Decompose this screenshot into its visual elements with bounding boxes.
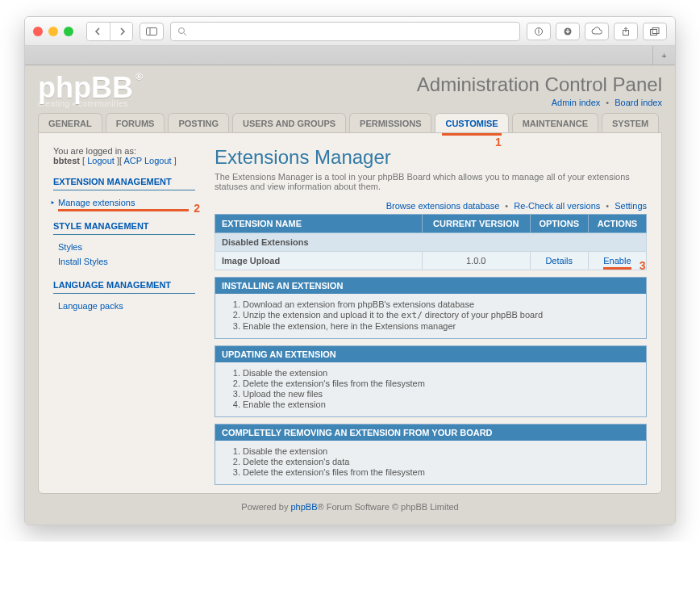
cloud-button[interactable]	[585, 23, 609, 40]
footer-rest: ® Forum Software © phpBB Limited	[318, 502, 459, 512]
username: bbtest	[53, 156, 80, 165]
forward-button[interactable]	[110, 23, 132, 40]
back-button[interactable]	[87, 23, 110, 40]
info-box-item: Enable the extension	[243, 399, 638, 409]
acp-footer: Powered by phpBB® Forum Software © phpBB…	[33, 494, 667, 513]
sidebar-item-manage-extensions[interactable]: Manage extensions2	[53, 195, 195, 210]
login-info: You are logged in as: bbtest [ Logout ][…	[53, 146, 195, 165]
browser-chrome	[25, 17, 675, 46]
th-current-version: CURRENT VERSION	[422, 215, 530, 233]
footer-powered: Powered by	[241, 502, 290, 512]
recheck-versions-link[interactable]: Re-Check all versions	[514, 201, 600, 211]
logout-link[interactable]: Logout	[87, 156, 115, 165]
admin-index-link[interactable]: Admin index	[552, 98, 601, 107]
tab-permissions[interactable]: PERMISSIONS	[349, 113, 431, 132]
sidebar-heading: STYLE MANAGEMENT	[53, 210, 195, 235]
tab-general[interactable]: GENERAL	[38, 113, 102, 132]
info-box-item: Disable the extension	[243, 368, 638, 378]
info-box-item: Enable the extension, here in the Extens…	[243, 321, 638, 331]
sidebar-item-install-styles[interactable]: Install Styles	[53, 254, 195, 269]
sidebar-item-language-packs[interactable]: Language packs	[53, 299, 195, 313]
svg-rect-10	[652, 27, 659, 33]
tab-forums[interactable]: FORUMS	[106, 113, 165, 132]
reader-button[interactable]	[527, 23, 551, 40]
info-box-item: Disable the extension	[243, 446, 638, 456]
info-box-item: Delete the extension's files from the fi…	[243, 379, 638, 388]
info-box-item: Unzip the extension and upload it to the…	[243, 310, 638, 320]
info-box-heading: INSTALLING AN EXTENSION	[215, 278, 646, 294]
info-box: COMPLETELY REMOVING AN EXTENSION FROM YO…	[215, 424, 647, 485]
tab-system[interactable]: SYSTEM	[602, 113, 659, 132]
address-bar[interactable]	[170, 22, 520, 41]
tab-maintenance[interactable]: MAINTENANCE	[512, 113, 598, 132]
acp-header: phpBB® creating ▪ communities Administra…	[33, 70, 667, 113]
table-subhead-disabled: Disabled Extensions	[215, 233, 647, 252]
info-box: UPDATING AN EXTENSIONDisable the extensi…	[215, 345, 647, 417]
sidebar-link[interactable]: Styles	[58, 242, 82, 252]
browser-right-icons	[527, 23, 667, 40]
svg-rect-9	[651, 29, 657, 35]
main-intro: The Extensions Manager is a tool in your…	[215, 172, 647, 191]
info-box-heading: COMPLETELY REMOVING AN EXTENSION FROM YO…	[215, 425, 646, 441]
info-box: INSTALLING AN EXTENSIONDownload an exten…	[215, 277, 647, 339]
acp-panel: You are logged in as: bbtest [ Logout ][…	[38, 132, 662, 494]
board-index-link[interactable]: Board index	[615, 98, 662, 107]
tab-posting[interactable]: POSTING	[168, 113, 229, 132]
sidebar-heading: LANGUAGE MANAGEMENT	[53, 269, 195, 294]
share-button[interactable]	[614, 23, 638, 40]
table-row: Image Upload1.0.0DetailsEnable3	[215, 252, 647, 270]
extensions-table: EXTENSION NAME CURRENT VERSION OPTIONS A…	[215, 214, 647, 270]
th-actions: ACTIONS	[588, 215, 646, 233]
maximize-window-button[interactable]	[64, 27, 73, 36]
footer-phpbb-link[interactable]: phpBB	[290, 502, 317, 512]
svg-rect-0	[147, 27, 157, 35]
sidebar-link[interactable]: Language packs	[58, 301, 123, 311]
acp-tabs: GENERALFORUMSPOSTINGUSERS AND GROUPSPERM…	[33, 113, 667, 132]
info-box-item: Delete the extension's data	[243, 457, 638, 466]
sidebar-toggle-button[interactable]	[140, 23, 164, 40]
info-box-item: Upload the new files	[243, 389, 638, 399]
phpbb-logo: phpBB® creating ▪ communities	[38, 73, 133, 108]
acp-logout-link[interactable]: ACP Logout	[123, 156, 171, 165]
new-tab-button[interactable]: +	[652, 46, 675, 65]
acp-main: Extensions Manager The Extensions Manage…	[215, 146, 647, 485]
info-box-item: Download an extension from phpBB's exten…	[243, 299, 638, 309]
close-window-button[interactable]	[33, 27, 43, 36]
browser-window: + phpBB® creating ▪ communities Administ…	[24, 16, 676, 525]
ext-toolbar: Browse extensions database • Re-Check al…	[215, 201, 647, 211]
enable-link[interactable]: Enable	[603, 256, 631, 266]
logged-in-label: You are logged in as:	[53, 146, 136, 156]
traffic-lights	[33, 27, 73, 36]
browse-ext-db-link[interactable]: Browse extensions database	[386, 201, 500, 211]
svg-line-3	[184, 33, 186, 36]
logo-text: phpBB	[38, 71, 133, 104]
th-options: OPTIONS	[530, 215, 588, 233]
sidebar-link[interactable]: Manage extensions	[58, 198, 135, 207]
info-box-heading: UPDATING AN EXTENSION	[215, 346, 646, 362]
tab-customise[interactable]: CUSTOMISE1	[435, 113, 508, 132]
bullet-sep: •	[606, 98, 609, 107]
page-title: Administration Control Panel	[417, 73, 662, 96]
nav-back-forward	[86, 22, 133, 41]
browser-tabbar: +	[25, 46, 675, 65]
svg-point-2	[179, 27, 185, 33]
info-box-item: Delete the extension's files from the fi…	[243, 467, 638, 477]
minimize-window-button[interactable]	[48, 27, 58, 36]
tabs-button[interactable]	[643, 23, 667, 40]
sidebar-item-styles[interactable]: Styles	[53, 240, 195, 254]
th-ext-name: EXTENSION NAME	[215, 215, 423, 233]
downloads-button[interactable]	[556, 23, 580, 40]
main-heading: Extensions Manager	[215, 146, 647, 169]
ext-settings-link[interactable]: Settings	[615, 201, 647, 211]
acp-sidebar: You are logged in as: bbtest [ Logout ][…	[53, 146, 195, 485]
sidebar-heading: EXTENSION MANAGEMENT	[53, 165, 195, 190]
page-body: phpBB® creating ▪ communities Administra…	[25, 65, 675, 525]
sidebar-link[interactable]: Install Styles	[58, 257, 108, 266]
acp-title-block: Administration Control Panel Admin index…	[417, 73, 662, 107]
cell-ext-name: Image Upload	[215, 252, 423, 270]
svg-point-6	[538, 28, 539, 29]
details-link[interactable]: Details	[545, 256, 573, 266]
registered-mark: ®	[135, 72, 143, 82]
cell-version: 1.0.0	[422, 252, 530, 270]
tab-users-and-groups[interactable]: USERS AND GROUPS	[232, 113, 346, 132]
